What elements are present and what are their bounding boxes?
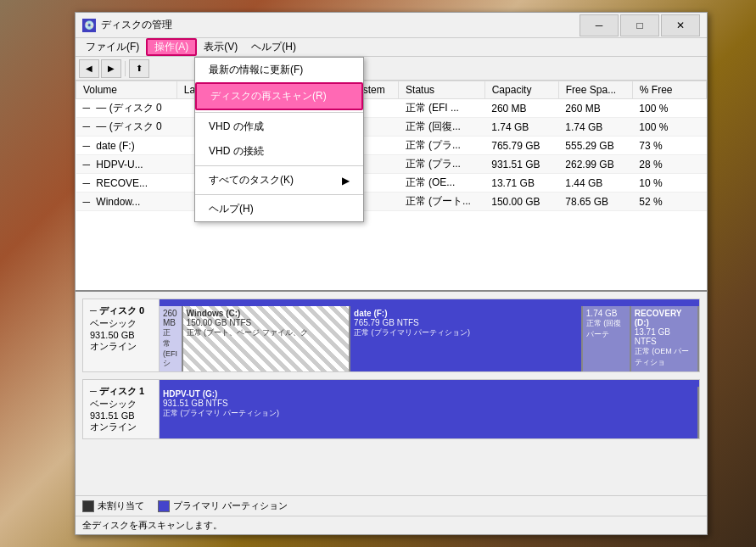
close-button[interactable]: ✕	[661, 14, 700, 36]
table-cell: 13.71 GB	[484, 174, 558, 193]
legend-primary-label: プライマリ パーティション	[173, 500, 288, 512]
table-cell: ─ date (F:)	[76, 137, 177, 155]
dropdown-helpitem[interactable]: ヘルプ(H)	[195, 197, 363, 221]
menu-bar: ファイル(F) 操作(A) 表示(V) ヘルプ(H) 最新の情報に更新(F) デ…	[76, 38, 707, 57]
col-status[interactable]: Status	[399, 81, 485, 99]
window-title: ディスクの管理	[101, 18, 580, 32]
col-capacity[interactable]: Capacity	[484, 81, 558, 99]
disk-partition[interactable]: Windows (C:)150.00 GB NTFS正常 (ブート、ページ ファ…	[183, 306, 351, 371]
minimize-button[interactable]: ─	[580, 14, 619, 36]
dropdown-all-tasks[interactable]: すべてのタスク(K) ▶	[195, 168, 363, 193]
menu-view[interactable]: 表示(V)	[197, 38, 244, 56]
toolbar: ◀ ▶ ⬆	[76, 57, 707, 81]
table-cell: 260 MB	[484, 99, 558, 118]
action-dropdown: 最新の情報に更新(F) ディスクの再スキャン(R) VHD の作成 VHD の接…	[194, 57, 364, 222]
up-button[interactable]: ⬆	[129, 59, 149, 78]
dropdown-connect-vhd[interactable]: VHD の接続	[195, 139, 363, 164]
legend-primary: プライマリ パーティション	[158, 500, 288, 512]
main-content: Volume Layout Type File System Status Ca…	[76, 81, 707, 516]
table-cell: ─ HDPV-U...	[76, 155, 177, 174]
disk-partitions: HDPV-UT (G:)931.51 GB NTFS正常 (プライマリ パーティ…	[160, 380, 699, 438]
main-window: 💿 ディスクの管理 ─ □ ✕ ファイル(F) 操作(A) 表示(V) ヘルプ(…	[75, 12, 708, 535]
disk-label: ─ ディスク 1ベーシック931.51 GBオンライン	[83, 380, 160, 438]
dropdown-refresh[interactable]: 最新の情報に更新(F)	[195, 58, 363, 82]
forward-button[interactable]: ▶	[101, 59, 121, 78]
back-button[interactable]: ◀	[79, 59, 99, 78]
dropdown-rescan[interactable]: ディスクの再スキャン(R)	[195, 82, 363, 110]
table-cell: 正常 (OE...	[399, 174, 485, 193]
table-cell: 正常 (回復...	[399, 118, 485, 137]
dropdown-sep1	[195, 112, 363, 113]
table-header-row: Volume Layout Type File System Status Ca…	[76, 81, 707, 99]
table-cell: 正常 (プラ...	[399, 155, 485, 174]
table-cell: 931.51 GB	[484, 155, 558, 174]
table-row[interactable]: ─ HDPV-U...NTFS正常 (プラ...931.51 GB262.99 …	[76, 155, 707, 174]
table-cell: 52 %	[632, 193, 706, 211]
disk-table: Volume Layout Type File System Status Ca…	[76, 81, 707, 211]
disk-entry-0: ─ ディスク 0ベーシック931.50 GBオンライン260 MB正常 (EFI…	[82, 299, 700, 372]
disk-partitions: 260 MB正常 (EFI シWindows (C:)150.00 GB NTF…	[160, 299, 699, 371]
table-cell: 262.99 GB	[558, 155, 632, 174]
toolbar-separator	[125, 61, 126, 76]
table-cell: 正常 (EFI ...	[399, 99, 485, 118]
table-cell: 1.74 GB	[558, 118, 632, 137]
col-volume[interactable]: Volume	[76, 81, 177, 99]
window-icon: 💿	[82, 19, 96, 32]
table-row[interactable]: ─ date (F:)NTFS正常 (プラ...765.79 GB555.29 …	[76, 137, 707, 155]
legend-unallocated-label: 未割り当て	[98, 500, 144, 512]
table-cell: 555.29 GB	[558, 137, 632, 155]
table-cell: 正常 (ブート...	[399, 193, 485, 211]
table-cell: 100 %	[632, 99, 706, 118]
table-cell: 28 %	[632, 155, 706, 174]
title-bar: 💿 ディスクの管理 ─ □ ✕	[76, 13, 707, 38]
legend-bar: 未割り当て プライマリ パーティション	[76, 495, 707, 516]
table-cell: 78.65 GB	[558, 193, 632, 211]
menu-help[interactable]: ヘルプ(H)	[244, 38, 303, 56]
table-cell: 正常 (プラ...	[399, 137, 485, 155]
legend-primary-box	[158, 500, 170, 512]
col-pctfree[interactable]: % Free	[632, 81, 706, 99]
table-cell: 1.44 GB	[558, 174, 632, 193]
table-cell: ─ — (ディスク 0	[76, 99, 177, 118]
disk-partition[interactable]: 260 MB正常 (EFI シ	[160, 306, 183, 371]
disk-partition[interactable]: HDPV-UT (G:)931.51 GB NTFS正常 (プライマリ パーティ…	[160, 387, 699, 438]
table-cell: ─ — (ディスク 0	[76, 118, 177, 137]
table-cell: 73 %	[632, 137, 706, 155]
table-cell: ─ RECOVE...	[76, 174, 177, 193]
maximize-button[interactable]: □	[620, 14, 659, 36]
disk-entry-1: ─ ディスク 1ベーシック931.51 GBオンラインHDPV-UT (G:)9…	[82, 379, 700, 439]
disk-label: ─ ディスク 0ベーシック931.50 GBオンライン	[83, 299, 160, 371]
table-cell: 1.74 GB	[484, 118, 558, 137]
status-text: 全ディスクを再スキャンします。	[82, 519, 222, 532]
table-row[interactable]: ─ — (ディスク 0正常 (回復...1.74 GB1.74 GB100 %	[76, 118, 707, 137]
table-cell: 100 %	[632, 118, 706, 137]
table-cell: 765.79 GB	[484, 137, 558, 155]
disk-table-area[interactable]: Volume Layout Type File System Status Ca…	[76, 81, 707, 292]
table-cell: 260 MB	[558, 99, 632, 118]
menu-file[interactable]: ファイル(F)	[79, 38, 146, 56]
dropdown-create-vhd[interactable]: VHD の作成	[195, 114, 363, 139]
table-row[interactable]: ─ — (ディスク 0正常 (EFI ...260 MB260 MB100 %	[76, 99, 707, 118]
dropdown-sep3	[195, 194, 363, 195]
table-row[interactable]: ─ Window...NTFS正常 (ブート...150.00 GB78.65 …	[76, 193, 707, 211]
table-cell: 150.00 GB	[484, 193, 558, 211]
disk-partition[interactable]: 1.74 GB正常 (回復パーテ	[583, 306, 631, 371]
table-cell: ─ Window...	[76, 193, 177, 211]
legend-unallocated: 未割り当て	[82, 500, 144, 512]
legend-unallocated-box	[82, 500, 94, 512]
status-bar: 全ディスクを再スキャンします。	[76, 516, 707, 534]
disk-partition[interactable]: date (F:)765.79 GB NTFS正常 (プライマリ パーティション…	[350, 306, 583, 371]
menu-action[interactable]: 操作(A)	[146, 38, 197, 56]
dropdown-sep2	[195, 165, 363, 166]
table-cell: 10 %	[632, 174, 706, 193]
title-buttons: ─ □ ✕	[580, 14, 700, 36]
disk-partition[interactable]: RECOVERY (D:)13.71 GB NTFS正常 (OEM パーティショ	[631, 306, 699, 371]
table-row[interactable]: ─ RECOVE...NTFS正常 (OE...13.71 GB1.44 GB1…	[76, 174, 707, 193]
col-freespace[interactable]: Free Spa...	[558, 81, 632, 99]
disk-map-area: ─ ディスク 0ベーシック931.50 GBオンライン260 MB正常 (EFI…	[76, 292, 707, 495]
